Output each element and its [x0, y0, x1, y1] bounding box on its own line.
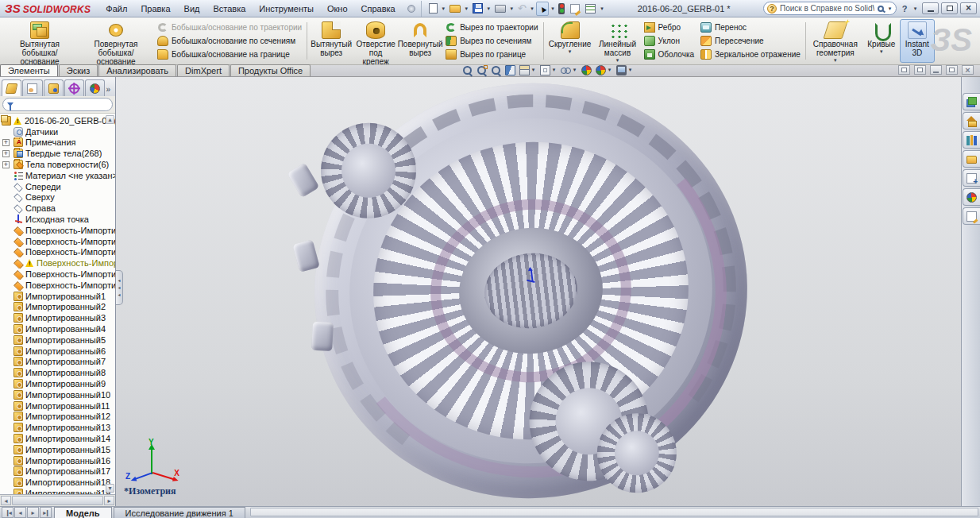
view-settings-button[interactable]	[616, 64, 633, 75]
search-dropdown[interactable]	[887, 3, 893, 14]
tree-item-imported-body[interactable]: Импортированный16	[0, 455, 115, 466]
help-button[interactable]	[897, 2, 912, 15]
menu-window[interactable]: Окно	[321, 2, 354, 16]
boundary-boss-button[interactable]: Бобышка/основание на границе	[156, 48, 303, 60]
display-style-button[interactable]	[540, 64, 557, 75]
manager-overflow-chevron[interactable]	[106, 85, 114, 96]
tree-item-imported-body[interactable]: Импортированный6	[0, 346, 115, 357]
apply-scene-dropdown[interactable]	[607, 64, 612, 75]
tree-item-imported-body[interactable]: Импортированный15	[0, 444, 115, 455]
scroll-left-arrow[interactable]	[1, 496, 11, 505]
minimize-button[interactable]	[922, 2, 939, 14]
new-document-button[interactable]	[426, 2, 440, 16]
intersect-button[interactable]: Пересечение	[699, 35, 802, 47]
swept-boss-button[interactable]: Бобышка/основание по траектории	[156, 21, 303, 33]
tab-evaluate[interactable]: Анализировать	[98, 64, 176, 76]
tree-item-imported-body[interactable]: Импортированный8	[0, 367, 115, 378]
menu-edit[interactable]: Правка	[134, 2, 176, 16]
doc-minimize-button[interactable]	[930, 65, 942, 75]
tab-features[interactable]: Элементы	[0, 64, 58, 76]
motion-study-tab[interactable]: Исследование движения 1	[114, 507, 245, 518]
rebuild-button[interactable]	[556, 2, 567, 16]
tree-item-surface-bodies[interactable]: Тела поверхности(6)	[0, 159, 115, 170]
edit-appearance-button[interactable]	[581, 64, 592, 75]
tab-sketch[interactable]: Эскиз	[59, 64, 98, 76]
print-dropdown[interactable]	[509, 3, 515, 14]
expand-icon[interactable]	[2, 139, 10, 146]
rib-button[interactable]: Ребро	[642, 21, 696, 33]
search-magnifier-icon[interactable]	[878, 6, 884, 12]
forum-tab[interactable]	[963, 93, 980, 110]
tree-item-imported-surface[interactable]: Поверхность-Импортир	[0, 247, 115, 258]
revolved-boss-button[interactable]: Повернутая бобышка/основание	[78, 19, 154, 63]
tree-item-imported-body[interactable]: Импортированный4	[0, 323, 115, 334]
tree-item-imported-body[interactable]: Импортированный19	[0, 488, 115, 494]
lofted-boss-button[interactable]: Бобышка/основание по сечениям	[156, 35, 303, 47]
save-dropdown[interactable]	[486, 3, 492, 14]
expand-icon[interactable]	[2, 150, 10, 157]
new-dropdown[interactable]	[441, 3, 446, 14]
apply-scene-button[interactable]	[596, 64, 612, 75]
doc-panel-right-button[interactable]	[914, 65, 926, 75]
tree-item-imported-body[interactable]: Импортированный13	[0, 422, 115, 433]
dimxpert-manager-tab[interactable]	[64, 79, 84, 96]
part-model-gerb[interactable]	[291, 77, 771, 506]
tree-item-sensors[interactable]: Датчики	[0, 126, 115, 137]
previous-view-button[interactable]	[491, 64, 501, 75]
configuration-manager-tab[interactable]	[44, 79, 64, 96]
tree-item-top-plane[interactable]: Сверху	[0, 192, 115, 203]
file-explorer-tab[interactable]	[963, 150, 980, 168]
close-button[interactable]	[960, 2, 977, 14]
appearances-scenes-tab[interactable]	[963, 188, 980, 206]
options-button[interactable]	[583, 2, 598, 16]
hide-show-items-dropdown[interactable]	[572, 64, 577, 75]
model-tab[interactable]: Модель	[54, 507, 112, 518]
select-button[interactable]: ▲	[536, 2, 550, 16]
linear-pattern-dropdown[interactable]	[615, 57, 620, 64]
lofted-cut-button[interactable]: Вырез по сечениям	[444, 35, 539, 47]
property-manager-tab[interactable]	[22, 79, 42, 96]
previous-tab-button[interactable]	[14, 507, 26, 518]
doc-restore-button[interactable]	[946, 65, 958, 75]
swept-cut-button[interactable]: Вырез по траектории	[444, 21, 539, 33]
tree-item-material[interactable]: Материал <не указан>	[0, 170, 115, 181]
select-dropdown[interactable]	[550, 3, 555, 14]
scroll-right-arrow[interactable]	[104, 496, 114, 505]
custom-properties-tab[interactable]	[963, 207, 980, 225]
shell-button[interactable]: Оболочка	[642, 48, 696, 60]
help-dropdown[interactable]	[912, 3, 918, 14]
menu-view[interactable]: Вид	[178, 2, 206, 16]
menu-file[interactable]: Файл	[99, 2, 133, 16]
section-view-button[interactable]	[505, 64, 515, 75]
curves-dropdown[interactable]	[878, 48, 884, 55]
tree-item-imported-body[interactable]: Импортированный5	[0, 334, 115, 346]
tree-item-imported-body[interactable]: Импортированный1	[0, 291, 115, 302]
print-button[interactable]	[492, 2, 508, 16]
mirror-button[interactable]: Зеркальное отражение	[699, 48, 802, 60]
tree-item-imported-surface[interactable]: Поверхность-Импортир	[0, 280, 115, 291]
tree-filter-input[interactable]	[2, 98, 113, 111]
tab-dimxpert[interactable]: DimXpert	[177, 64, 230, 76]
boundary-cut-button[interactable]: Вырез по границе	[444, 48, 539, 60]
undo-dropdown[interactable]	[530, 3, 535, 14]
menu-tools[interactable]: Инструменты	[253, 2, 320, 16]
doc-close-button[interactable]	[962, 65, 974, 75]
zoom-to-fit-button[interactable]	[462, 64, 473, 75]
display-manager-tab[interactable]	[85, 79, 105, 96]
next-tab-button[interactable]	[27, 507, 39, 518]
tree-item-annotations[interactable]: Примечания	[0, 137, 115, 149]
move-button[interactable]: Перенос	[699, 21, 802, 33]
tree-item-imported-body[interactable]: Импортированный2	[0, 302, 115, 313]
tree-item-imported-surface[interactable]: Поверхность-Импортир	[0, 236, 115, 247]
tree-scroll-up[interactable]	[106, 115, 114, 124]
view-palette-tab[interactable]	[963, 169, 980, 187]
revolved-cut-button[interactable]: Повернутый вырез	[398, 19, 442, 63]
hole-wizard-button[interactable]: Отверстие под крепеж	[353, 19, 398, 63]
design-library-tab[interactable]	[963, 131, 980, 149]
tree-scroll-down[interactable]	[106, 484, 114, 493]
feature-manager-tab[interactable]	[2, 79, 21, 96]
tree-item-imported-body[interactable]: Импортированный9	[0, 378, 115, 389]
view-settings-dropdown[interactable]	[627, 64, 633, 75]
extruded-boss-button[interactable]: Вытянутая бобышка/основание	[2, 19, 78, 63]
hide-show-items-button[interactable]	[561, 64, 577, 75]
